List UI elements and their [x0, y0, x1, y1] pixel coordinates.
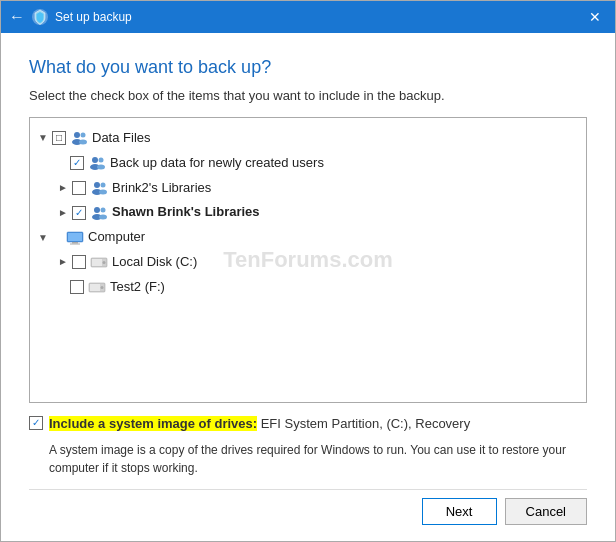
- svg-point-11: [101, 182, 106, 187]
- setup-backup-window: ← Set up backup ✕ What do you want to ba…: [0, 0, 616, 542]
- cancel-button[interactable]: Cancel: [505, 498, 587, 525]
- checkbox-brink2[interactable]: [72, 181, 86, 195]
- svg-point-23: [103, 261, 106, 264]
- checkbox-new-users[interactable]: ✓: [70, 156, 84, 170]
- svg-point-5: [92, 157, 98, 163]
- svg-point-13: [94, 207, 100, 213]
- system-image-description: A system image is a copy of the drives r…: [29, 441, 587, 477]
- label-computer: Computer: [88, 227, 145, 248]
- checkbox-local-disk[interactable]: [72, 255, 86, 269]
- system-image-drives: EFI System Partition, (C:), Recovery: [257, 416, 470, 431]
- bottom-section: ✓ Include a system image of drives: EFI …: [29, 403, 587, 525]
- label-brink2: Brink2's Libraries: [112, 178, 211, 199]
- checkbox-test2[interactable]: [70, 280, 84, 294]
- next-button[interactable]: Next: [422, 498, 497, 525]
- svg-rect-20: [70, 243, 80, 244]
- svg-point-1: [74, 132, 80, 138]
- expand-brink2[interactable]: ►: [56, 181, 70, 195]
- disk-icon-f: [88, 279, 106, 295]
- svg-point-3: [81, 133, 86, 138]
- content-area: What do you want to back up? Select the …: [1, 33, 615, 541]
- svg-point-9: [94, 182, 100, 188]
- tree-item-computer: ▼ Computer: [36, 225, 580, 250]
- system-image-checkbox[interactable]: ✓: [29, 416, 43, 430]
- checkbox-shawn[interactable]: ✓: [72, 206, 86, 220]
- computer-icon: [66, 230, 84, 246]
- checkbox-data-files[interactable]: □: [52, 131, 66, 145]
- label-local-disk: Local Disk (C:): [112, 252, 197, 273]
- tree-item-local-disk: ► Local Disk (C:): [36, 250, 580, 275]
- label-test2: Test2 (F:): [110, 277, 165, 298]
- users-icon-new-users: [88, 155, 106, 171]
- expand-shawn[interactable]: ►: [56, 206, 70, 220]
- expand-local-disk[interactable]: ►: [56, 255, 70, 269]
- svg-point-7: [99, 158, 104, 163]
- page-title: What do you want to back up?: [29, 57, 587, 78]
- users-icon-shawn: [90, 205, 108, 221]
- svg-rect-19: [72, 242, 78, 244]
- label-data-files: Data Files: [92, 128, 151, 149]
- tree-item-test2: Test2 (F:): [36, 275, 580, 300]
- backup-tree: TenForums.com ▼ □ Data Files: [29, 117, 587, 403]
- svg-point-26: [101, 286, 104, 289]
- label-new-users: Back up data for newly created users: [110, 153, 324, 174]
- svg-point-16: [99, 214, 107, 219]
- users-icon-brink2: [90, 180, 108, 196]
- back-button[interactable]: ←: [9, 9, 25, 25]
- svg-rect-18: [68, 233, 82, 241]
- backup-icon: [31, 8, 49, 26]
- disk-icon-c: [90, 254, 108, 270]
- tree-item-brink2: ► Brink2's Libraries: [36, 176, 580, 201]
- expand-data-files[interactable]: ▼: [36, 131, 50, 145]
- title-bar-text: Set up backup: [55, 10, 132, 24]
- tree-item-data-files: ▼ □ Data Files: [36, 126, 580, 151]
- close-button[interactable]: ✕: [583, 7, 607, 27]
- svg-point-8: [97, 165, 105, 170]
- label-shawn: Shawn Brink's Libraries: [112, 202, 260, 223]
- tree-item-shawn: ► ✓ Shawn Brink's Libraries: [36, 200, 580, 225]
- svg-point-15: [101, 207, 106, 212]
- users-icon-data-files: [70, 130, 88, 146]
- system-image-row: ✓ Include a system image of drives: EFI …: [29, 415, 587, 433]
- expand-computer[interactable]: ▼: [36, 231, 50, 245]
- system-image-label: Include a system image of drives:: [49, 416, 257, 431]
- svg-point-12: [99, 189, 107, 194]
- system-image-text: Include a system image of drives: EFI Sy…: [49, 415, 470, 433]
- title-bar: ← Set up backup ✕: [1, 1, 615, 33]
- title-bar-left: ← Set up backup: [9, 8, 132, 26]
- page-subtitle: Select the check box of the items that y…: [29, 88, 587, 103]
- svg-point-4: [79, 140, 87, 145]
- svg-rect-22: [92, 259, 102, 266]
- svg-rect-25: [90, 284, 100, 291]
- tree-item-new-users: ✓ Back up data for newly created users: [36, 151, 580, 176]
- button-bar: Next Cancel: [29, 489, 587, 525]
